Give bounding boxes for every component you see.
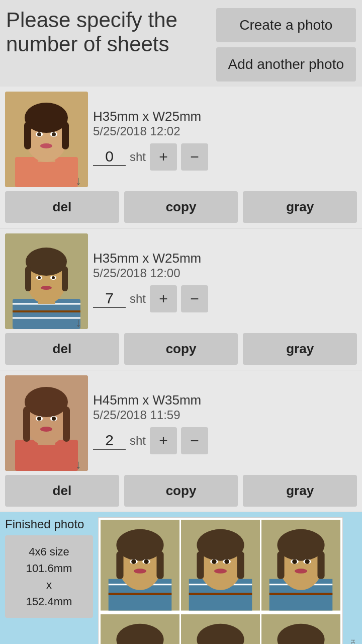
photo-item-1-top: ↓ H35mm x W25mm 5/25/2018 12:02 sht + − <box>5 92 357 187</box>
photo-count-row-1: sht + − <box>93 143 357 171</box>
sht-label-3: sht <box>130 434 146 448</box>
svg-point-10 <box>52 132 56 136</box>
svg-rect-5 <box>24 122 31 149</box>
svg-point-49 <box>116 529 163 561</box>
photo-thumb-3: ↓ <box>5 375 88 471</box>
grid-cell-3 <box>261 520 340 613</box>
svg-point-11 <box>40 143 52 148</box>
svg-point-8 <box>37 132 41 136</box>
count-input-3[interactable] <box>93 432 126 450</box>
photo-count-row-3: sht + − <box>93 427 357 454</box>
grid-cell-6 <box>261 614 340 644</box>
grid-cell-5 <box>181 614 260 644</box>
increment-btn-2[interactable]: + <box>150 285 177 312</box>
grid-cell-1 <box>101 520 179 613</box>
photo-info-2: H35mm x W25mm 5/25/2018 12:00 sht + − <box>93 251 357 312</box>
photo-thumb-2: ↓ <box>5 233 88 329</box>
photo-item-3-actions: del copy gray <box>5 475 357 507</box>
photo-count-row-2: sht + − <box>93 285 357 312</box>
decrement-btn-1[interactable]: − <box>181 143 208 171</box>
del-btn-2[interactable]: del <box>5 333 119 365</box>
del-btn-3[interactable]: del <box>5 475 119 507</box>
photo-dimensions-1: H35mm x W25mm <box>93 109 357 124</box>
svg-point-84 <box>295 569 307 573</box>
svg-point-21 <box>26 248 67 276</box>
svg-point-55 <box>144 559 148 564</box>
svg-point-40 <box>52 417 56 421</box>
photo-list: ↓ H35mm x W25mm 5/25/2018 12:02 sht + − … <box>0 87 362 512</box>
grid-cell-2 <box>181 520 260 613</box>
svg-rect-50 <box>116 551 123 579</box>
svg-point-67 <box>212 559 216 564</box>
svg-point-69 <box>224 559 229 564</box>
gray-btn-1[interactable]: gray <box>243 191 357 223</box>
photo-item-2-actions: del copy gray <box>5 333 357 365</box>
photo-date-1: 5/25/2018 12:02 <box>93 124 357 138</box>
ruler-label: H35mm x W25mm <box>348 517 357 644</box>
svg-point-27 <box>52 276 55 279</box>
photo-item-3-top: ↓ H45mm x W35mm 5/25/2018 11:59 sht + − <box>5 375 357 471</box>
header-buttons: Create a photo Add another photo <box>216 8 356 82</box>
gray-btn-2[interactable]: gray <box>243 333 357 365</box>
photo-item-1: ↓ H35mm x W25mm 5/25/2018 12:02 sht + − … <box>0 87 362 228</box>
add-photo-button[interactable]: Add another photo <box>216 47 356 82</box>
photo-dimensions-3: H45mm x W35mm <box>93 392 357 408</box>
gray-btn-3[interactable]: gray <box>243 475 357 507</box>
svg-point-83 <box>305 559 309 564</box>
finished-size-box: 4x6 size 101.6mm x 152.4mm <box>5 535 93 618</box>
photo-info-1: H35mm x W25mm 5/25/2018 12:02 sht + − <box>93 109 357 171</box>
svg-rect-6 <box>62 122 69 149</box>
svg-point-63 <box>197 529 244 561</box>
photo-item-2: ↓ H35mm x W25mm 5/25/2018 12:00 sht + − … <box>0 228 362 370</box>
header: Please specify the number of sheets Crea… <box>0 0 362 87</box>
create-photo-button[interactable]: Create a photo <box>216 8 356 42</box>
svg-rect-78 <box>277 551 284 579</box>
svg-rect-64 <box>197 551 204 579</box>
finished-photo-grid <box>98 517 343 644</box>
photo-date-3: 5/25/2018 11:59 <box>93 408 357 422</box>
svg-point-41 <box>40 427 52 432</box>
svg-point-28 <box>41 286 52 290</box>
svg-rect-65 <box>237 551 244 579</box>
svg-point-34 <box>25 387 68 417</box>
decrement-btn-2[interactable]: − <box>181 285 208 312</box>
svg-point-38 <box>37 417 41 421</box>
photo-dimensions-2: H35mm x W25mm <box>93 251 357 266</box>
svg-point-56 <box>134 569 146 573</box>
svg-rect-22 <box>25 266 31 291</box>
svg-text:↓: ↓ <box>75 457 81 471</box>
page-title: Please specify the number of sheets <box>6 8 210 57</box>
increment-btn-3[interactable]: + <box>150 427 177 454</box>
count-input-1[interactable] <box>93 148 126 166</box>
svg-point-81 <box>292 559 297 564</box>
grid-cell-4 <box>101 614 179 644</box>
photo-thumb-1: ↓ <box>5 92 88 187</box>
svg-text:↓: ↓ <box>75 174 81 187</box>
photo-item-3: ↓ H45mm x W35mm 5/25/2018 11:59 sht + − … <box>0 370 362 512</box>
copy-btn-1[interactable]: copy <box>124 191 238 223</box>
sht-label-2: sht <box>130 292 146 306</box>
sht-label-1: sht <box>130 150 146 164</box>
svg-point-77 <box>277 529 324 561</box>
decrement-btn-3[interactable]: − <box>181 427 208 454</box>
svg-rect-35 <box>23 407 30 442</box>
finished-section: Finished photo 4x6 size 101.6mm x 152.4m… <box>0 512 362 644</box>
photo-date-2: 5/25/2018 12:00 <box>93 266 357 280</box>
copy-btn-3[interactable]: copy <box>124 475 238 507</box>
count-input-2[interactable] <box>93 290 126 308</box>
svg-point-25 <box>38 276 41 279</box>
photo-item-1-actions: del copy gray <box>5 191 357 223</box>
del-btn-1[interactable]: del <box>5 191 119 223</box>
finished-label: Finished photo <box>5 517 93 531</box>
svg-point-70 <box>214 569 227 573</box>
photo-info-3: H45mm x W35mm 5/25/2018 11:59 sht + − <box>93 392 357 454</box>
copy-btn-2[interactable]: copy <box>124 333 238 365</box>
svg-rect-36 <box>63 407 70 442</box>
svg-rect-51 <box>156 551 163 579</box>
svg-point-53 <box>131 559 136 564</box>
increment-btn-1[interactable]: + <box>150 143 177 171</box>
svg-rect-23 <box>62 266 68 291</box>
photo-item-2-top: ↓ H35mm x W25mm 5/25/2018 12:00 sht + − <box>5 233 357 329</box>
svg-text:↓: ↓ <box>75 315 81 329</box>
svg-rect-79 <box>317 551 324 579</box>
